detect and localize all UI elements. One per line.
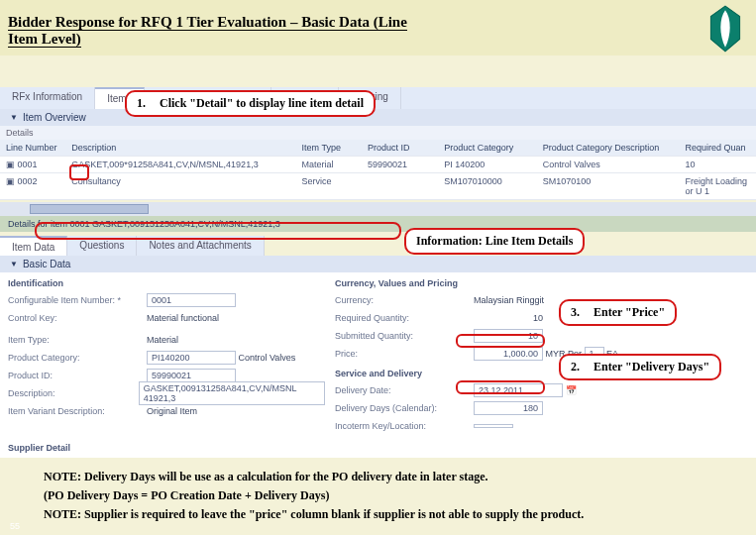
callout-3: 3. Enter "Price" [559,299,677,326]
highlight-details-bar [35,222,401,240]
lbl-prod-cat: Product Category: [8,353,147,363]
main-tabs: RFx Information Items Notes and Attachme… [0,87,756,109]
lbl-del-date: Delivery Date: [335,385,474,395]
prod-id-field[interactable]: 59990021 [147,369,236,382]
basic-data-bar[interactable]: ▼Basic Data [0,256,756,272]
prod-cat-field[interactable]: PI140200 [147,351,236,365]
col-product-category: Product Category [438,140,537,157]
basic-data-label: Basic Data [23,259,70,269]
collapse-icon: ▼ [10,260,18,268]
lbl-currency: Currency: [335,295,474,305]
petronas-logo-icon [704,4,746,54]
lbl-del-days: Delivery Days (Calendar): [335,403,474,413]
cell-ln: 0001 [18,160,38,169]
incoterm-field[interactable] [474,424,513,428]
callout-1: 1. Click "Detail" to display line item d… [125,90,376,117]
identification-heading: Identification [8,278,325,288]
callout-4: 2. Enter "Delivery Days" [559,354,721,380]
scroll-thumb[interactable] [30,204,149,214]
lbl-item-type: Item Type: [8,335,147,345]
config-item-field[interactable]: 0001 [147,293,236,307]
detail-icon[interactable]: ▣ [6,160,15,169]
notes-block: NOTE: Delivery Days will be use as a cal… [0,458,756,533]
currency-val: Malaysian Ringgit [474,295,544,305]
cell-it: Material [296,157,362,173]
lbl-sub-qty: Submitted Quantity: [335,331,474,341]
slide-number: 55 [10,521,20,531]
items-grid: Line Number Description Item Type Produc… [0,140,756,200]
lbl-incoterm: Incoterm Key/Location: [335,421,474,431]
title-line1: Bidder Response for RFQ 1 Tier Evaluatio… [8,14,407,31]
cell-desc: Consultancy [65,173,295,200]
callout-4-num: 2. [571,360,580,374]
application-screenshot: 1. Click "Detail" to display line item d… [0,87,756,458]
col-description: Description [65,140,295,157]
highlight-detail-button [69,164,89,180]
highlight-delivery-days-field [456,380,545,394]
table-row[interactable]: ▣ 0002 Consultancy Service SM107010000 S… [0,173,756,200]
callout-3-text: Enter "Price" [594,305,665,320]
cell-pcd: SM1070100 [537,173,680,200]
variant-val: Original Item [147,406,197,416]
highlight-price-field [456,334,545,348]
cell-desc: GASKET,009*91258A841,CV,N/MSNL,41921,3 [65,157,295,173]
cell-rq: 10 [680,157,756,173]
collapse-icon: ▼ [10,113,18,122]
col-product-cat-desc: Product Category Description [537,140,680,157]
callout-1-num: 1. [137,96,146,111]
supplier-detail-heading: Supplier Detail [8,443,748,453]
lbl-description: Description: [8,388,139,398]
note-3: NOTE: Supplier is required to leave the … [44,505,712,524]
callout-info-text: Information: Line Item Details [416,234,573,249]
callout-1-text: Click "Detail" to display line item deta… [160,96,364,111]
cell-pc: PI 140200 [438,157,537,173]
col-line-number: Line Number [0,140,65,157]
cell-it: Service [296,173,362,200]
control-key-val: Material functional [147,313,219,323]
cell-ln: 0002 [18,176,38,186]
cell-pid: 59990021 [362,157,438,173]
tab-rfx-info[interactable]: RFx Information [0,87,95,109]
note-1: NOTE: Delivery Days will be use as a cal… [44,468,712,486]
lbl-variant: Item Variant Description: [8,406,147,416]
item-type-val: Material [147,335,178,345]
del-days-field[interactable]: 180 [474,401,543,415]
horizontal-scrollbar[interactable] [0,202,756,216]
req-qty-val: 10 [474,313,543,323]
note-2: (PO Delivery Days = PO Creation Date + D… [44,486,712,505]
table-row[interactable]: ▣ 0001 GASKET,009*91258A841,CV,N/MSNL,41… [0,157,756,173]
col-item-type: Item Type [296,140,362,157]
price-field[interactable]: 1,000.00 [474,347,543,361]
lbl-price: Price: [335,349,474,359]
lbl-control-key: Control Key: [8,313,147,323]
callout-info: Information: Line Item Details [404,228,585,255]
calendar-icon[interactable]: 📅 [566,385,577,395]
callout-3-num: 3. [571,305,580,320]
currency-heading: Currency, Values and Pricing [335,278,748,288]
prod-cat-desc: Control Valves [239,353,296,363]
lbl-prod-id: Product ID: [8,371,147,380]
lbl-config-item: Configurable Item Number: * [8,295,147,305]
title-line2: Item Level) [8,31,81,48]
details-strip: Details [0,126,756,140]
detail-icon[interactable]: ▣ [6,176,15,186]
col-required-qty: Required Quan [680,140,756,157]
slide-title: Bidder Response for RFQ 1 Tier Evaluatio… [0,0,756,55]
lbl-req-qty: Required Quantity: [335,313,474,323]
cell-pid [362,173,438,200]
cell-rq: Freight Loading or U 1 [680,173,756,200]
callout-4-text: Enter "Delivery Days" [594,360,709,374]
cell-pcd: Control Valves [537,157,680,173]
description-field[interactable]: GASKET,009131258A841,CV,N/MSNL 41921,3 [139,381,325,405]
col-product-id: Product ID [362,140,438,157]
item-overview-bar[interactable]: ▼Item Overview [0,109,756,126]
cell-pc: SM107010000 [438,173,537,200]
item-overview-label: Item Overview [23,112,86,123]
